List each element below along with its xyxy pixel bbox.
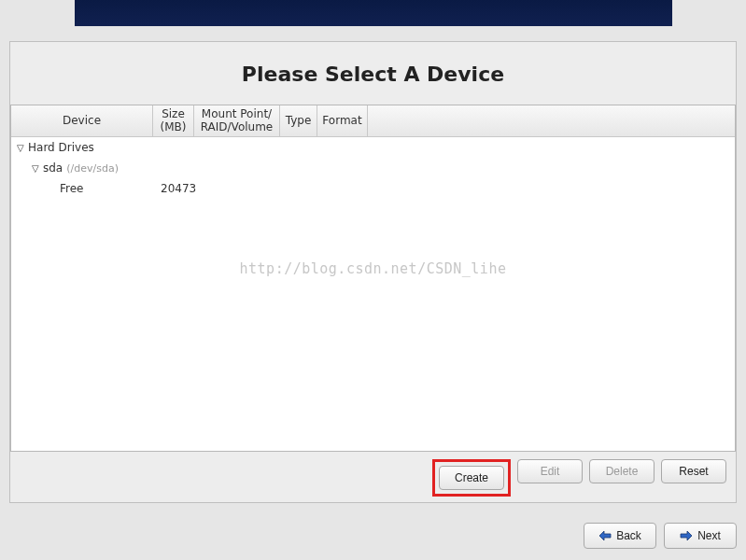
col-format[interactable]: Format xyxy=(317,105,368,136)
back-button[interactable]: Back xyxy=(584,523,656,549)
col-type[interactable]: Type xyxy=(280,105,317,136)
device-panel: Please Select A Device Device Size (MB) … xyxy=(9,41,737,503)
edit-button[interactable]: Edit xyxy=(517,459,583,483)
arrow-right-icon xyxy=(680,530,693,541)
tree-row-hard-drives[interactable]: ▽ Hard Drives xyxy=(11,137,735,158)
drive-label: sda xyxy=(43,161,63,175)
reset-button[interactable]: Reset xyxy=(661,459,726,483)
device-tree-header: Device Size (MB) Mount Point/ RAID/Volum… xyxy=(11,105,735,137)
expander-icon[interactable]: ▽ xyxy=(17,143,28,153)
device-tree-body[interactable]: ▽ Hard Drives ▽ sda (/dev/sda) Free 2047… xyxy=(11,137,735,451)
window-titlebar-inner xyxy=(75,0,672,26)
free-size: 20473 xyxy=(159,182,200,195)
create-highlight: Create xyxy=(432,459,511,497)
page-title: Please Select A Device xyxy=(10,63,736,86)
arrow-left-icon xyxy=(598,530,612,541)
free-label: Free xyxy=(60,182,83,195)
col-size[interactable]: Size (MB) xyxy=(153,105,194,136)
window-titlebar xyxy=(0,0,746,26)
device-tree[interactable]: Device Size (MB) Mount Point/ RAID/Volum… xyxy=(10,105,736,452)
delete-button[interactable]: Delete xyxy=(589,459,655,483)
next-button[interactable]: Next xyxy=(664,523,737,549)
create-button[interactable]: Create xyxy=(439,466,504,490)
tree-row-free[interactable]: Free 20473 xyxy=(11,178,735,199)
col-device[interactable]: Device xyxy=(11,105,153,136)
watermark-text: http://blog.csdn.net/CSDN_lihe xyxy=(11,260,735,277)
expander-icon[interactable]: ▽ xyxy=(32,163,43,174)
tree-row-sda[interactable]: ▽ sda (/dev/sda) xyxy=(11,158,735,178)
hard-drives-label: Hard Drives xyxy=(28,141,94,154)
col-mount[interactable]: Mount Point/ RAID/Volume xyxy=(194,105,280,136)
back-label: Back xyxy=(616,529,641,542)
page-title-wrap: Please Select A Device xyxy=(10,42,736,105)
action-button-row: Create Edit Delete Reset xyxy=(10,452,736,502)
drive-path: (/dev/sda) xyxy=(66,162,119,175)
next-label: Next xyxy=(697,529,721,542)
nav-footer: Back Next xyxy=(584,523,737,549)
